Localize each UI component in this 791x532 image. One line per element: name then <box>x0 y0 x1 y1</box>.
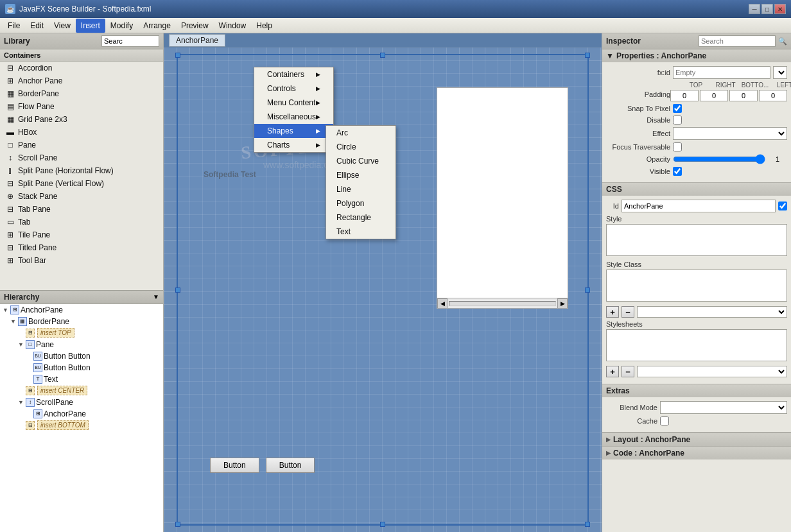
library-item-tab-pane[interactable]: ⊟ Tab Pane <box>0 203 163 216</box>
canvas-button-1[interactable]: Button <box>210 458 259 473</box>
shape-rectangle[interactable]: Rectangle <box>326 210 396 225</box>
effect-select[interactable] <box>673 127 787 140</box>
shape-circle[interactable]: Circle <box>326 140 396 154</box>
shapes-submenu: Arc Circle Cubic Curve Ellipse Line Poly… <box>326 125 396 239</box>
library-item-stack-pane[interactable]: ⊕ Stack Pane <box>0 190 163 203</box>
insert-miscellaneous[interactable]: Miscellaneous ▶ <box>254 110 333 124</box>
library-item-tile-pane[interactable]: ⊞ Tile Pane <box>0 228 163 241</box>
properties-section-header[interactable]: ▼ Properties : AnchorPane <box>602 49 791 62</box>
tree-item-borderpane[interactable]: ▼ ▦ BorderPane <box>0 316 163 327</box>
library-item-accordion[interactable]: ⊟ Accordion <box>0 62 163 74</box>
library-item-flow-pane[interactable]: ▤ Flow Pane <box>0 100 163 113</box>
css-section-header[interactable]: CSS <box>602 183 791 196</box>
tree-item-anchorpane-child[interactable]: ⊞ AnchorPane <box>0 408 163 420</box>
insert-charts[interactable]: Charts ▶ <box>254 138 333 152</box>
library-item-border-pane[interactable]: ▦ BorderPane <box>0 87 163 100</box>
insert-containers[interactable]: Containers ▶ <box>254 67 333 82</box>
maximize-button[interactable]: □ <box>761 4 773 14</box>
css-id-input[interactable] <box>622 200 776 212</box>
scrollbar-track[interactable] <box>449 301 556 306</box>
canvas-inner-pane[interactable]: ◀ ▶ <box>437 87 568 309</box>
insert-shapes[interactable]: Shapes ▶ <box>254 124 333 138</box>
blend-mode-select[interactable] <box>660 401 787 414</box>
padding-right-input[interactable] <box>700 90 728 101</box>
scrollbar-right-btn[interactable]: ▶ <box>557 298 568 309</box>
menu-window[interactable]: Window <box>214 19 252 33</box>
hierarchy-toggle[interactable]: ▼ <box>153 293 159 300</box>
tree-item-anchorpane-root[interactable]: ▼ ⊞ AnchorPane <box>0 304 163 316</box>
menu-modify[interactable]: Modify <box>105 19 138 33</box>
canvas-tab-item[interactable]: AnchorPane <box>169 34 225 47</box>
shape-text[interactable]: Text <box>326 225 396 239</box>
inspector-search-input[interactable] <box>699 35 776 47</box>
fxid-select[interactable]: ▼ <box>773 66 787 79</box>
library-item-hbox[interactable]: ▬ HBox <box>0 126 163 139</box>
insert-menu-content[interactable]: Menu Content ▶ <box>254 96 333 110</box>
resize-handle-top[interactable] <box>380 53 385 58</box>
library-search-input[interactable] <box>101 35 159 47</box>
visible-checkbox[interactable] <box>673 167 682 176</box>
focus-checkbox[interactable] <box>673 142 682 151</box>
resize-handle-bl[interactable] <box>175 522 180 527</box>
style-textarea[interactable] <box>606 224 787 256</box>
extras-section-header[interactable]: Extras <box>602 384 791 397</box>
tree-item-text[interactable]: T Text <box>0 373 163 385</box>
disable-checkbox[interactable] <box>673 116 682 124</box>
tree-item-scrollpane[interactable]: ▼ ↕ ScrollPane <box>0 397 163 408</box>
library-item-titled-pane[interactable]: ⊟ Titled Pane <box>0 241 163 254</box>
snap-checkbox[interactable] <box>673 104 682 113</box>
resize-handle-br[interactable] <box>585 522 590 527</box>
library-item-anchor-pane[interactable]: ⊞ Anchor Pane <box>0 74 163 87</box>
tree-item-button2[interactable]: BU Button Button <box>0 362 163 373</box>
library-item-tool-bar[interactable]: ⊞ Tool Bar <box>0 254 163 267</box>
style-class-select[interactable] <box>637 306 787 318</box>
menu-edit[interactable]: Edit <box>25 19 49 33</box>
shape-cubic-curve[interactable]: Cubic Curve <box>326 154 396 168</box>
shape-arc[interactable]: Arc <box>326 126 396 140</box>
resize-handle-left[interactable] <box>175 287 180 293</box>
close-button[interactable]: ✕ <box>774 4 786 14</box>
stylesheets-add-btn[interactable]: + <box>606 366 619 377</box>
style-class-textarea[interactable] <box>606 270 787 302</box>
shape-line[interactable]: Line <box>326 182 396 196</box>
opacity-slider[interactable] <box>673 154 765 164</box>
menu-view[interactable]: View <box>49 19 76 33</box>
menu-help[interactable]: Help <box>251 19 277 33</box>
menu-preview[interactable]: Preview <box>176 19 214 33</box>
library-item-pane[interactable]: □ Pane <box>0 139 163 151</box>
style-class-add-btn[interactable]: + <box>606 306 619 318</box>
padding-left-input[interactable] <box>759 90 787 101</box>
insert-controls[interactable]: Controls ▶ <box>254 82 333 96</box>
shape-polygon[interactable]: Polygon <box>326 196 396 210</box>
stylesheets-select[interactable] <box>637 366 787 377</box>
style-class-remove-btn[interactable]: − <box>622 306 634 318</box>
fxid-input[interactable] <box>673 66 770 79</box>
minimize-button[interactable]: ─ <box>749 4 760 14</box>
library-item-grid-pane[interactable]: ▦ Grid Pane 2x3 <box>0 113 163 126</box>
canvas-bg[interactable]: SOFTPEDIA www.softpedia.com Softpedia Te… <box>164 47 602 532</box>
css-id-checkbox[interactable] <box>778 202 787 210</box>
menu-insert[interactable]: Insert <box>76 19 105 33</box>
resize-handle-bottom[interactable] <box>380 522 385 527</box>
resize-handle-tr[interactable] <box>585 53 590 58</box>
resize-handle-right[interactable] <box>585 287 590 293</box>
library-item-scroll-pane[interactable]: ↕ Scroll Pane <box>0 151 163 164</box>
menu-arrange[interactable]: Arrange <box>138 19 176 33</box>
shape-ellipse[interactable]: Ellipse <box>326 168 396 182</box>
library-item-tab[interactable]: ▭ Tab <box>0 216 163 228</box>
stylesheets-remove-btn[interactable]: − <box>622 366 634 377</box>
code-section-header[interactable]: ▶ Code : AnchorPane <box>602 446 791 459</box>
resize-handle-tl[interactable] <box>175 53 180 58</box>
scrollbar-left-btn[interactable]: ◀ <box>437 298 448 309</box>
padding-top-input[interactable] <box>670 90 699 101</box>
layout-section-header[interactable]: ▶ Layout : AnchorPane <box>602 433 791 446</box>
stylesheets-textarea[interactable] <box>606 329 787 361</box>
cache-checkbox[interactable] <box>660 416 669 425</box>
tree-item-pane[interactable]: ▼ □ Pane <box>0 339 163 350</box>
menu-file[interactable]: File <box>3 19 25 33</box>
tree-item-button1[interactable]: BU Button Button <box>0 350 163 362</box>
canvas-button-2[interactable]: Button <box>266 458 315 473</box>
library-item-split-h[interactable]: ⫿ Split Pane (Horizontal Flow) <box>0 164 163 177</box>
library-item-split-v[interactable]: ⊟ Split Pane (Vertical Flow) <box>0 177 163 190</box>
padding-bottom-input[interactable] <box>729 90 758 101</box>
